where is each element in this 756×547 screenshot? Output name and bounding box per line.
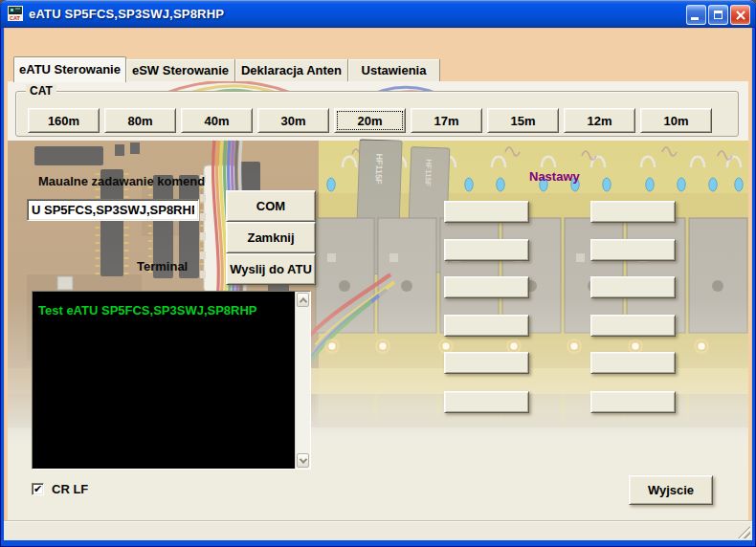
band-button-10m[interactable]: 10m (640, 108, 712, 133)
wyslij-do-atu-button[interactable]: Wyslij do ATU (226, 253, 316, 285)
nastawy-slot-button[interactable] (444, 239, 529, 261)
nastawy-slot-button[interactable] (444, 276, 529, 298)
terminal-text: Test eATU SP5FCS,SP3SWJ,SP8RHP (33, 292, 295, 469)
zamknij-button-label: Zamknij (247, 230, 294, 245)
chevron-down-icon (299, 455, 306, 463)
band-label: 15m (510, 114, 535, 128)
band-label: 80m (127, 114, 152, 128)
tab-eatu-sterowanie[interactable]: eATU Sterowanie (13, 56, 126, 82)
cat-groupbox: CAT 160m 80m 40m 30m 20m 17m 15m 12m 10m (15, 91, 739, 137)
nastawy-slot-button[interactable] (590, 391, 676, 413)
tab-deklaracja-anten[interactable]: Deklaracja Anten (235, 59, 348, 81)
band-button-80m[interactable]: 80m (104, 108, 176, 133)
band-label: 10m (663, 114, 688, 128)
band-label: 30m (280, 114, 305, 128)
minimize-icon (691, 17, 699, 20)
com-button[interactable]: COM (226, 190, 316, 222)
scrollbar-up-button[interactable] (297, 293, 309, 307)
nastawy-slot-button[interactable] (444, 315, 529, 337)
zamknij-button[interactable]: Zamknij (226, 222, 316, 253)
close-button[interactable] (730, 5, 750, 25)
band-label: 40m (204, 114, 229, 128)
scrollbar-down-button[interactable] (297, 453, 309, 468)
nastawy-slot-button[interactable] (590, 276, 676, 298)
band-button-12m[interactable]: 12m (564, 108, 635, 133)
band-label: 17m (434, 114, 458, 128)
titlebar[interactable]: CAT eATU SP5FCS,SP3SWJ,SP8RHP (0, 0, 756, 28)
client-area: eATU Sterowanie eSW Sterowanie Deklaracj… (4, 28, 752, 540)
nastawy-slot-button[interactable] (590, 201, 676, 223)
app-icon: CAT (8, 6, 23, 21)
tab-page-eatu-sterowanie: HF115F HF115F (8, 81, 748, 520)
tab-ustawienia[interactable]: Ustawienia (348, 59, 440, 81)
tab-label: Ustawienia (362, 63, 427, 77)
band-label: 160m (48, 114, 79, 128)
minimize-button[interactable] (686, 5, 706, 25)
window-controls (686, 5, 750, 25)
nastawy-slot-button[interactable] (590, 352, 676, 374)
com-button-label: COM (256, 199, 285, 213)
wyslij-button-label: Wyslij do ATU (230, 262, 312, 276)
nastawy-label: Nastawy (529, 169, 580, 184)
check-icon: ✔ (33, 484, 42, 494)
terminal-label: Terminal (137, 259, 188, 274)
band-label: 12m (587, 114, 611, 128)
crlf-checkbox[interactable]: ✔ (32, 483, 44, 495)
band-button-40m[interactable]: 40m (181, 108, 253, 133)
nastawy-slot-button[interactable] (444, 391, 529, 413)
nastawy-slot-button[interactable] (590, 315, 676, 337)
application-window: CAT eATU SP5FCS,SP3SWJ,SP8RHP eATU Stero… (0, 0, 756, 547)
band-button-20m[interactable]: 20m (334, 108, 406, 133)
tab-strip: eATU Sterowanie eSW Sterowanie Deklaracj… (10, 57, 746, 82)
band-button-30m[interactable]: 30m (257, 108, 329, 133)
chevron-up-icon (299, 297, 306, 305)
cat-group-label: CAT (26, 84, 56, 98)
tab-label: Deklaracja Anten (241, 63, 342, 77)
svg-text:CAT: CAT (10, 15, 21, 21)
tab-esw-sterowanie[interactable]: eSW Sterowanie (126, 59, 235, 81)
manual-command-input[interactable] (27, 199, 199, 221)
wyjscie-button-label: Wyjscie (648, 483, 694, 497)
wyjscie-button[interactable]: Wyjscie (629, 475, 713, 505)
band-label: 20m (357, 114, 382, 128)
tab-label: eATU Sterowanie (19, 62, 121, 77)
manual-command-label: Maualne zadawanie komend (38, 174, 205, 188)
nastawy-slot-button[interactable] (444, 352, 529, 374)
terminal-scrollbar[interactable] (295, 292, 310, 469)
nastawy-slot-button[interactable] (590, 239, 676, 261)
status-bar (4, 520, 752, 540)
band-button-17m[interactable]: 17m (411, 108, 482, 133)
window-title: eATU SP5FCS,SP3SWJ,SP8RHP (29, 0, 224, 28)
maximize-button[interactable] (708, 5, 728, 25)
tab-label: eSW Sterowanie (132, 63, 229, 77)
resize-grip[interactable] (738, 526, 750, 538)
close-icon (735, 10, 746, 21)
nastawy-slot-button[interactable] (444, 201, 529, 223)
terminal-output[interactable]: Test eATU SP5FCS,SP3SWJ,SP8RHP (32, 291, 311, 470)
maximize-icon (714, 11, 723, 19)
crlf-label: CR LF (52, 482, 88, 496)
band-button-160m[interactable]: 160m (28, 108, 100, 133)
band-button-15m[interactable]: 15m (487, 108, 559, 133)
